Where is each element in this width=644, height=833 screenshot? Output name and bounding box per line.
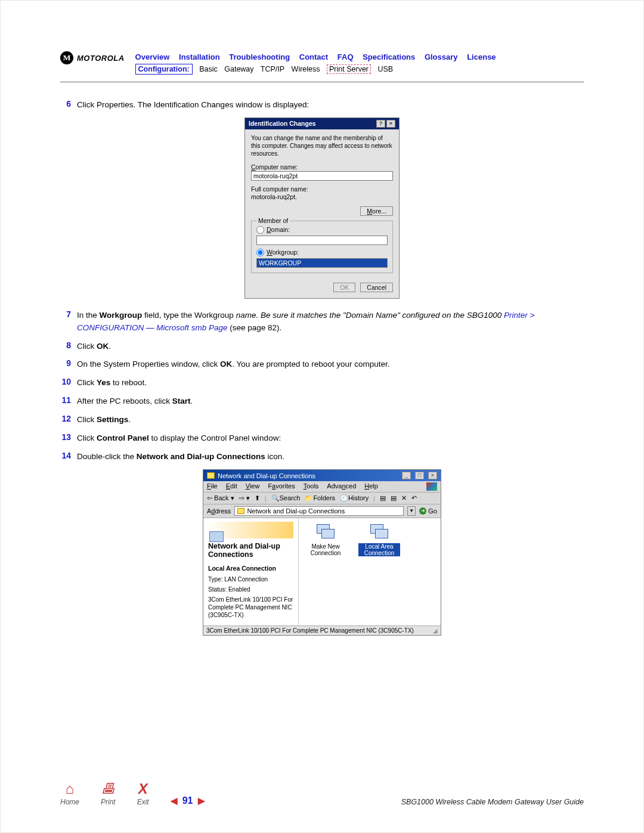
close-icon[interactable]: ×	[428, 472, 437, 479]
top-nav: Overview Installation Troubleshooting Co…	[135, 51, 584, 64]
move-to-icon[interactable]: ▤	[380, 494, 386, 502]
nav-faq[interactable]: FAQ	[338, 52, 354, 61]
undo-icon[interactable]: ↶	[411, 494, 417, 502]
full-computer-name-label: Full computer name:	[251, 185, 393, 193]
step-num-10: 10	[60, 377, 77, 389]
menu-advanced[interactable]: Advanced	[327, 482, 356, 491]
resize-grip-icon[interactable]: ◢	[429, 627, 438, 634]
minimize-icon[interactable]: _	[402, 472, 411, 479]
address-dropdown-icon[interactable]: ▼	[407, 506, 416, 516]
step-text-6: Click Properties. The Identification Cha…	[77, 99, 584, 112]
address-value: Network and Dial-up Connections	[247, 507, 345, 515]
make-new-connection-icon	[317, 524, 335, 541]
step-num-13: 13	[60, 432, 77, 445]
up-button[interactable]: ⬆	[255, 494, 260, 502]
step-text-10: Click Yes to reboot.	[77, 377, 584, 389]
back-button[interactable]: ⇦ Back ▾	[207, 494, 234, 502]
member-of-group: Member of Domain: Workgroup:	[251, 221, 393, 273]
step-text-12: Click Settings.	[77, 414, 584, 426]
subnav-gateway[interactable]: Gateway	[224, 65, 253, 73]
motorola-mark-icon: M	[60, 51, 73, 64]
nav-troubleshooting[interactable]: Troubleshooting	[229, 52, 290, 61]
step-num-8: 8	[60, 340, 77, 353]
folder-icon	[237, 508, 244, 514]
brand-name: MOTOROLA	[77, 54, 125, 63]
maximize-icon[interactable]: □	[415, 472, 424, 479]
local-area-connection-icon	[370, 524, 388, 541]
delete-icon[interactable]: ✕	[401, 494, 407, 502]
step-num-6: 6	[60, 99, 77, 112]
exit-button[interactable]: XExit	[137, 782, 149, 806]
home-icon: ⌂	[66, 782, 75, 796]
folders-button[interactable]: 📁Folders	[305, 494, 335, 502]
nav-specifications[interactable]: Specifications	[363, 52, 415, 61]
menu-help[interactable]: Help	[364, 482, 378, 491]
nav-license[interactable]: License	[467, 52, 496, 61]
info-status: Status: Enabled	[208, 586, 293, 593]
subnav-basic[interactable]: Basic	[199, 65, 218, 73]
info-title: Network and Dial-up Connections	[208, 542, 293, 559]
step-num-11: 11	[60, 395, 77, 408]
network-connections-window: Network and Dial-up Connections _ □ × Fi…	[203, 469, 441, 636]
make-new-connection-item[interactable]: Make New Connection	[305, 524, 346, 556]
address-box[interactable]: Network and Dial-up Connections	[234, 506, 404, 516]
copy-to-icon[interactable]: ▤	[391, 494, 397, 502]
local-area-connection-item[interactable]: Local Area Connection	[358, 524, 400, 556]
page-number: 91	[182, 795, 193, 806]
config-label: Configuration:	[135, 64, 193, 75]
explorer-info-pane: Network and Dial-up Connections Local Ar…	[203, 518, 299, 625]
step-num-12: 12	[60, 414, 77, 426]
help-icon[interactable]: ?	[376, 120, 385, 128]
menu-edit[interactable]: Edit	[226, 482, 237, 491]
step-text-11: After the PC reboots, click Start.	[77, 395, 584, 408]
subnav-wireless[interactable]: Wireless	[292, 65, 320, 73]
step-num-9: 9	[60, 358, 77, 371]
workgroup-radio-label: Workgroup:	[267, 249, 299, 256]
cancel-button[interactable]: Cancel	[360, 283, 393, 292]
menu-tools[interactable]: Tools	[304, 482, 319, 491]
info-type: Type: LAN Connection	[208, 575, 293, 583]
domain-radio-label: Domain:	[267, 226, 290, 233]
close-icon[interactable]: ×	[386, 120, 395, 128]
nav-installation[interactable]: Installation	[179, 52, 220, 61]
domain-input[interactable]	[256, 236, 388, 245]
forward-button[interactable]: ⇨ ▾	[239, 494, 250, 502]
search-button[interactable]: 🔍Search	[271, 494, 301, 502]
windows-flag-icon	[426, 482, 437, 491]
subnav-usb[interactable]: USB	[378, 65, 394, 73]
print-icon: 🖶	[101, 782, 115, 796]
explorer-menubar: File Edit View Favorites Tools Advanced …	[203, 481, 441, 493]
explorer-titlebar: Network and Dial-up Connections _ □ ×	[203, 470, 441, 481]
workgroup-input[interactable]	[256, 258, 388, 268]
menu-file[interactable]: File	[207, 482, 218, 491]
network-folder-icon	[209, 531, 224, 542]
nav-glossary[interactable]: Glossary	[425, 52, 458, 61]
computer-name-input[interactable]	[251, 171, 393, 181]
nav-overview[interactable]: Overview	[135, 52, 170, 61]
step-text-9: On the System Properties window, click O…	[77, 358, 584, 371]
exit-icon: X	[138, 782, 148, 796]
computer-name-label: Computer name:	[251, 163, 393, 171]
prev-page-arrow-icon[interactable]: ◀	[171, 795, 178, 806]
home-button[interactable]: ⌂Home	[60, 782, 79, 806]
subnav-tcpip[interactable]: TCP/IP	[261, 65, 284, 73]
identification-changes-dialog: Identification Changes ? × You can chang…	[244, 117, 400, 299]
menu-favorites[interactable]: Favorites	[268, 482, 295, 491]
full-computer-name-value: motorola-ruq2pt.	[251, 193, 393, 200]
history-button[interactable]: 🕘History	[340, 494, 369, 502]
ok-button[interactable]: OK	[333, 283, 355, 292]
nav-contact[interactable]: Contact	[299, 52, 328, 61]
workgroup-radio[interactable]	[256, 249, 264, 256]
next-page-arrow-icon[interactable]: ▶	[198, 795, 205, 806]
header-rule	[60, 82, 584, 82]
go-button[interactable]: ➜Go	[419, 507, 437, 515]
info-subtitle: Local Area Connection	[208, 565, 293, 572]
domain-radio[interactable]	[256, 226, 264, 234]
more-button[interactable]: More...	[360, 206, 393, 216]
step-text-14: Double-click the Network and Dial-up Con…	[77, 451, 584, 463]
menu-view[interactable]: View	[246, 482, 260, 491]
step-text-7: In the Workgroup field, type the Workgro…	[77, 309, 584, 335]
footer-title: SBG1000 Wireless Cable Modem Gateway Use…	[401, 798, 584, 806]
subnav-print-server[interactable]: Print Server	[327, 64, 371, 74]
print-button[interactable]: 🖶Print	[101, 782, 116, 806]
